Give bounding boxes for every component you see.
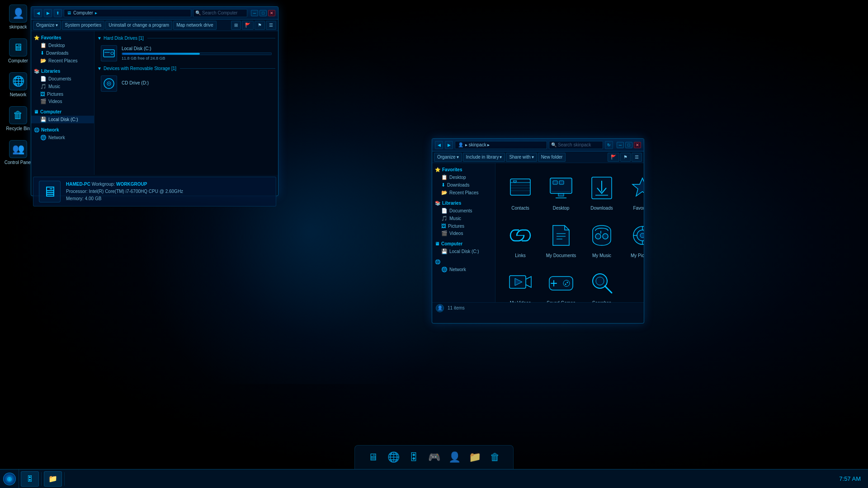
favorites-icon: ⭐ bbox=[34, 35, 39, 40]
desktop-icon-skinpack[interactable]: 👤 skinpack bbox=[2, 5, 34, 29]
control-panel-icon: 👥 bbox=[9, 140, 27, 158]
flag-btn[interactable]: 🚩 bbox=[242, 21, 254, 30]
my-videos-item[interactable]: My Videos bbox=[502, 264, 539, 302]
my-videos-label: My Videos bbox=[510, 300, 531, 302]
desktop-folder-icon: 📋 bbox=[40, 42, 47, 48]
sk-flag2-btn[interactable]: ⚑ bbox=[620, 153, 631, 162]
sk-details-btn[interactable]: ☰ bbox=[632, 153, 642, 162]
address-path[interactable]: 🖥 Computer ▸ bbox=[64, 9, 191, 17]
minimize-button[interactable]: ─ bbox=[251, 10, 258, 16]
sk-include-library-button[interactable]: Include in library ▾ bbox=[463, 153, 505, 162]
uninstall-button[interactable]: Uninstall or change a program bbox=[105, 21, 172, 30]
organize-button[interactable]: Organize ▾ bbox=[33, 21, 61, 30]
path-icon: 🖥 bbox=[67, 10, 71, 15]
saved-games-item[interactable]: Saved Games bbox=[542, 264, 580, 302]
links-item[interactable]: Links bbox=[502, 217, 539, 261]
map-network-button[interactable]: Map network drive bbox=[173, 21, 217, 30]
flag2-btn[interactable]: ⚑ bbox=[255, 21, 265, 30]
sidebar-pictures[interactable]: 🖼 Pictures bbox=[31, 90, 94, 98]
sidebar-downloads[interactable]: ⬇ Downloads bbox=[31, 49, 94, 57]
sk-network-icon: 🌐 bbox=[435, 259, 440, 264]
search-text: Search Computer bbox=[202, 10, 237, 15]
sk-sidebar-local-disk[interactable]: 💾 Local Disk (C:) bbox=[432, 248, 495, 255]
local-disk-item[interactable]: Local Disk (C:) 11.8 GB free of 24.8 GB bbox=[97, 42, 275, 64]
sidebar-local-disk[interactable]: 💾 Local Disk (C:) bbox=[31, 116, 94, 123]
dock-mixer-icon[interactable]: 🎛 bbox=[405, 448, 423, 466]
network-icon: 🌐 bbox=[9, 72, 27, 90]
sidebar-videos[interactable]: 🎬 Videos bbox=[31, 98, 94, 105]
svg-rect-0 bbox=[104, 50, 114, 57]
cd-drive-item[interactable]: CD Drive (D:) bbox=[97, 73, 275, 94]
favorites-item[interactable]: Favorites bbox=[624, 169, 644, 213]
computer-titlebar: ◀ ▶ ⬆ 🖥 Computer ▸ 🔍 Search Computer ─ □… bbox=[31, 7, 278, 19]
computer-header: 🖥 Computer bbox=[31, 108, 94, 116]
sk-sidebar-music[interactable]: 🎵 Music bbox=[432, 215, 495, 222]
contacts-item[interactable]: Contacts bbox=[502, 169, 539, 213]
searches-item[interactable]: Searches bbox=[583, 264, 620, 302]
desktop-item[interactable]: Desktop bbox=[542, 169, 580, 213]
dock-computer-icon[interactable]: 🖥 bbox=[364, 448, 382, 466]
my-documents-icon-box bbox=[545, 220, 577, 251]
desktop-icon-computer[interactable]: 🖥 Computer bbox=[2, 38, 34, 63]
dock-gamepad-icon[interactable]: 🎮 bbox=[425, 448, 443, 466]
my-music-item[interactable]: My Music bbox=[583, 217, 620, 261]
svg-marker-20 bbox=[632, 178, 644, 196]
dock-trash-icon[interactable]: 🗑 bbox=[486, 448, 504, 466]
disk-fill bbox=[122, 53, 200, 55]
sk-back-button[interactable]: ◀ bbox=[435, 141, 443, 149]
up-button[interactable]: ⬆ bbox=[54, 9, 62, 17]
sk-address-path[interactable]: 👤 ▸ skinpack ▸ bbox=[455, 141, 547, 149]
sidebar-documents[interactable]: 📄 Documents bbox=[31, 75, 94, 83]
dock-user-icon[interactable]: 👤 bbox=[445, 448, 463, 466]
sk-flag-btn[interactable]: 🚩 bbox=[608, 153, 619, 162]
sk-refresh-button[interactable]: ↻ bbox=[605, 141, 613, 149]
close-button[interactable]: ✕ bbox=[268, 10, 275, 16]
sk-sidebar-pictures[interactable]: 🖼 Pictures bbox=[432, 222, 495, 230]
contacts-icon-box bbox=[505, 172, 536, 204]
sk-share-button[interactable]: Share with ▾ bbox=[506, 153, 537, 162]
sk-recent-icon: 📂 bbox=[441, 190, 448, 196]
sk-sidebar-network[interactable]: 🌐 Network bbox=[432, 266, 495, 273]
taskbar-mixer-btn[interactable]: 🎛 bbox=[21, 471, 39, 487]
sk-maximize-button[interactable]: □ bbox=[625, 142, 632, 148]
my-documents-item[interactable]: My Documents bbox=[542, 217, 580, 261]
details-btn[interactable]: ☰ bbox=[266, 21, 276, 30]
forward-button[interactable]: ▶ bbox=[44, 9, 52, 17]
sk-sidebar-recent[interactable]: 📂 Recent Places bbox=[432, 189, 495, 197]
sk-sidebar-downloads[interactable]: ⬇ Downloads bbox=[432, 181, 495, 189]
my-pictures-item[interactable]: My Pictures bbox=[624, 217, 644, 261]
videos-icon: 🎬 bbox=[40, 99, 47, 104]
computer-search[interactable]: 🔍 Search Computer bbox=[193, 9, 247, 17]
dock-network-icon[interactable]: 🌐 bbox=[384, 448, 402, 466]
sk-favorites-icon: ⭐ bbox=[435, 167, 440, 172]
pictures-icon: 🖼 bbox=[40, 91, 45, 97]
desktop-icon-network[interactable]: 🌐 Network bbox=[2, 72, 34, 97]
sk-organize-button[interactable]: Organize ▾ bbox=[434, 153, 462, 162]
taskbar-dock: 🖥 🌐 🎛 🎮 👤 📁 🗑 bbox=[354, 445, 514, 469]
sk-sidebar-documents[interactable]: 📄 Documents bbox=[432, 207, 495, 215]
desktop-icon-control-panel[interactable]: 👥 Control Panel bbox=[2, 140, 34, 165]
dock-folder-icon[interactable]: 📁 bbox=[466, 448, 484, 466]
desktop-icon-recycle-bin[interactable]: 🗑 Recycle Bin bbox=[2, 106, 34, 131]
sidebar-network[interactable]: 🌐 Network bbox=[31, 134, 94, 141]
sk-sidebar-desktop[interactable]: 📋 Desktop bbox=[432, 174, 495, 181]
pc-info-bar: 🖥 HAMED-PC Workgroup: WORKGROUP Processo… bbox=[33, 177, 276, 206]
sk-minimize-button[interactable]: ─ bbox=[617, 142, 624, 148]
taskbar-programs: 🎛 📁 bbox=[19, 471, 839, 487]
system-properties-button[interactable]: System properties bbox=[62, 21, 105, 30]
sidebar-music[interactable]: 🎵 Music bbox=[31, 83, 94, 90]
downloads-item[interactable]: Downloads bbox=[583, 169, 620, 213]
taskbar-folder-btn[interactable]: 📁 bbox=[44, 471, 62, 487]
start-button[interactable]: ⊕ bbox=[0, 469, 19, 488]
skinpack-status-bar: 👤 11 items bbox=[432, 302, 644, 313]
sidebar-recent[interactable]: 📂 Recent Places bbox=[31, 57, 94, 65]
sk-forward-button[interactable]: ▶ bbox=[445, 141, 453, 149]
sk-close-button[interactable]: ✕ bbox=[634, 142, 641, 148]
sk-search[interactable]: 🔍 Search skinpack bbox=[549, 141, 603, 149]
maximize-button[interactable]: □ bbox=[259, 10, 267, 16]
sidebar-desktop[interactable]: 📋 Desktop bbox=[31, 42, 94, 49]
back-button[interactable]: ◀ bbox=[34, 9, 42, 17]
sk-sidebar-videos[interactable]: 🎬 Videos bbox=[432, 230, 495, 237]
sk-new-folder-button[interactable]: New folder bbox=[538, 153, 566, 162]
view-options[interactable]: ⊞ bbox=[231, 21, 241, 30]
